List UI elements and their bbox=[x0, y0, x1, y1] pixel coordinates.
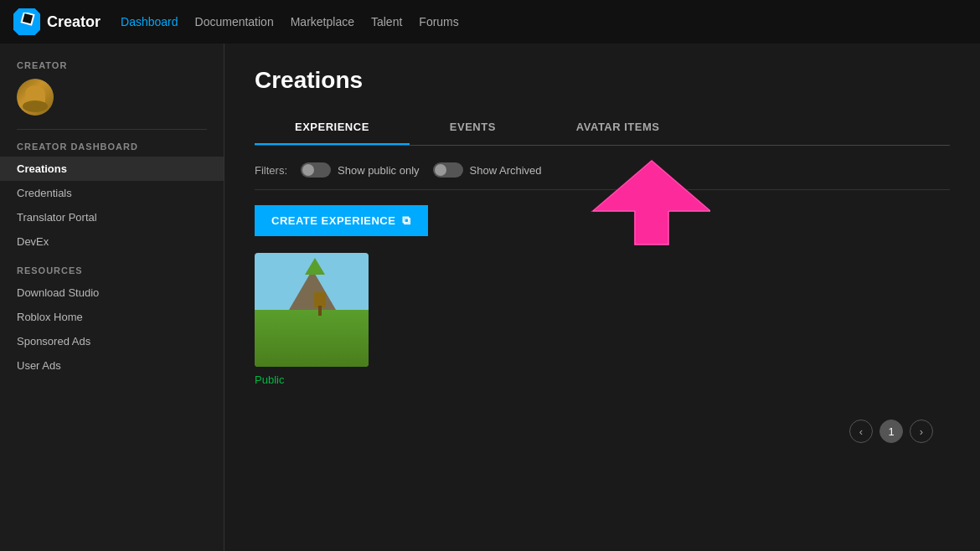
topnav-dashboard[interactable]: Dashboard bbox=[121, 15, 178, 28]
pagination-current[interactable]: 1 bbox=[879, 420, 903, 443]
pagination-prev[interactable]: ‹ bbox=[849, 420, 873, 443]
create-experience-button[interactable]: CREATE EXPERIENCE ⧉ bbox=[255, 205, 428, 236]
game-sign bbox=[314, 292, 326, 307]
sidebar-item-creations[interactable]: Creations bbox=[0, 157, 224, 181]
sidebar-item-devex[interactable]: DevEx bbox=[0, 229, 224, 254]
sidebar-item-credentials[interactable]: Credentials bbox=[0, 181, 224, 205]
avatar bbox=[17, 79, 54, 116]
top-navigation: Creator Dashboard Documentation Marketpl… bbox=[0, 0, 980, 44]
filters-row: Filters: Show public only Show Archived bbox=[255, 162, 950, 190]
creator-label: CREATOR bbox=[0, 60, 224, 70]
dashboard-section-label: CREATOR DASHBOARD bbox=[0, 142, 224, 152]
external-link-icon: ⧉ bbox=[402, 214, 411, 228]
filters-label: Filters: bbox=[255, 164, 287, 177]
avatar-image bbox=[17, 79, 54, 116]
filter-public-group: Show public only bbox=[301, 162, 420, 178]
cards-grid: Public bbox=[255, 253, 950, 386]
game-scene bbox=[255, 253, 369, 367]
sidebar-item-user-ads[interactable]: User Ads bbox=[0, 353, 224, 378]
topnav-talent[interactable]: Talent bbox=[371, 15, 402, 28]
logo-text: Creator bbox=[47, 13, 101, 31]
topnav-forums[interactable]: Forums bbox=[419, 15, 458, 28]
game-mountain bbox=[289, 270, 336, 310]
filter-public-toggle[interactable] bbox=[301, 162, 331, 178]
toggle-knob-archived bbox=[435, 164, 446, 176]
topnav-links: Dashboard Documentation Marketplace Tale… bbox=[121, 15, 459, 28]
main-content: Creations EXPERIENCE EVENTS AVATAR ITEMS… bbox=[224, 44, 980, 551]
tabs-bar: EXPERIENCE EVENTS AVATAR ITEMS bbox=[255, 111, 950, 146]
sidebar-item-download-studio[interactable]: Download Studio bbox=[0, 281, 224, 305]
topnav-marketplace[interactable]: Marketplace bbox=[291, 15, 354, 28]
toggle-knob bbox=[302, 164, 314, 176]
resources-section-label: RESOURCES bbox=[0, 254, 224, 281]
create-experience-label: CREATE EXPERIENCE bbox=[271, 214, 395, 227]
filter-archived-label: Show Archived bbox=[470, 164, 542, 177]
logo[interactable]: Creator bbox=[13, 8, 101, 35]
tab-experience[interactable]: EXPERIENCE bbox=[255, 111, 410, 145]
roblox-logo-icon bbox=[13, 8, 40, 35]
tab-events[interactable]: EVENTS bbox=[410, 111, 536, 145]
card-status: Public bbox=[255, 373, 369, 386]
sidebar-item-roblox-home[interactable]: Roblox Home bbox=[0, 305, 224, 329]
layout: CREATOR CREATOR DASHBOARD Creations Cred… bbox=[0, 44, 980, 551]
game-card[interactable]: Public bbox=[255, 253, 369, 386]
topnav-documentation[interactable]: Documentation bbox=[195, 15, 274, 28]
filter-public-label: Show public only bbox=[338, 164, 420, 177]
game-thumbnail bbox=[255, 253, 369, 367]
tab-avatar-items[interactable]: AVATAR ITEMS bbox=[536, 111, 700, 145]
filter-archived-toggle[interactable] bbox=[433, 162, 463, 178]
game-mountain-grass bbox=[305, 258, 325, 275]
filter-archived-group: Show Archived bbox=[433, 162, 542, 178]
pagination: ‹ 1 › bbox=[255, 420, 950, 443]
game-ground bbox=[255, 310, 369, 367]
sidebar-item-translator-portal[interactable]: Translator Portal bbox=[0, 205, 224, 229]
sidebar: CREATOR CREATOR DASHBOARD Creations Cred… bbox=[0, 44, 224, 551]
pagination-next[interactable]: › bbox=[910, 420, 933, 443]
sidebar-divider-1 bbox=[17, 129, 207, 130]
sidebar-item-sponsored-ads[interactable]: Sponsored Ads bbox=[0, 329, 224, 353]
page-title: Creations bbox=[255, 67, 950, 94]
